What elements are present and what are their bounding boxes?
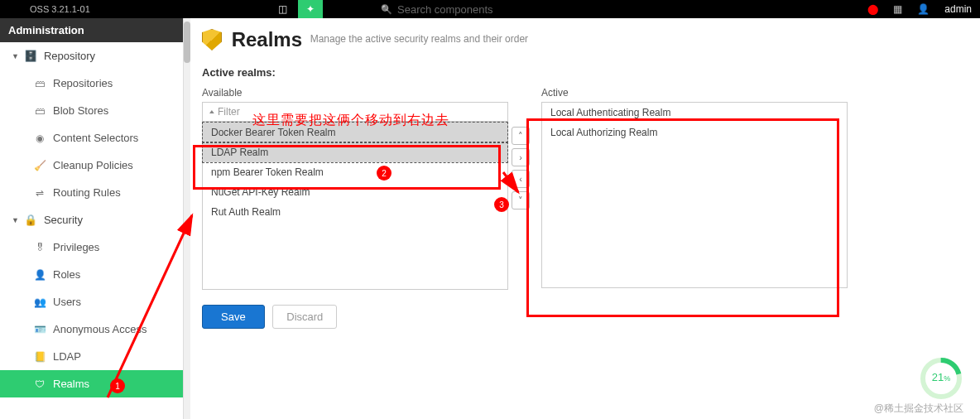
caret-down-icon: ▼ (12, 216, 19, 224)
db-icon: 🗃 (33, 105, 46, 117)
watermark: @稀土掘金技术社区 (874, 402, 963, 416)
settings-icon[interactable] (298, 0, 323, 18)
move-left-button[interactable]: ‹ (512, 170, 530, 188)
active-label: Active (541, 87, 848, 99)
caret-down-icon: ▼ (12, 52, 19, 60)
list-item[interactable]: Local Authenticating Realm (542, 103, 847, 123)
grid-icon[interactable]: ▦ (893, 3, 902, 15)
main-content: Realms Manage the active security realms… (190, 18, 980, 419)
sidebar-item-repositories[interactable]: 🗃Repositories (0, 70, 183, 97)
list-item[interactable]: Docker Bearer Token Realm (203, 123, 507, 142)
group-repository[interactable]: ▼ 🗄️ Repository (0, 42, 183, 70)
sidebar-item-routing-rules[interactable]: ⇌Routing Rules (0, 179, 183, 206)
id-icon: 🪪 (33, 324, 46, 335)
group-label: Repository (44, 50, 95, 62)
sidebar: Administration ▼ 🗄️ Repository 🗃Reposito… (0, 18, 184, 419)
list-item[interactable]: npm Bearer Token Realm (203, 162, 507, 182)
brush-icon: 🧹 (33, 160, 46, 171)
annotation-badge-1: 1 (110, 378, 125, 393)
cube-icon[interactable] (273, 0, 291, 18)
progress-indicator: 21% (920, 358, 962, 399)
admin-heading: Administration (0, 18, 183, 42)
tag-icon: ◉ (33, 132, 46, 144)
save-button[interactable]: Save (202, 305, 265, 329)
version-text: OSS 3.21.1-01 (30, 4, 90, 14)
username[interactable]: admin (944, 3, 972, 15)
sidebar-item-cleanup-policies[interactable]: 🧹Cleanup Policies (0, 152, 183, 179)
page-title: Realms (232, 28, 302, 51)
sidebar-item-roles[interactable]: 👤Roles (0, 261, 183, 288)
sidebar-item-privileges[interactable]: 🎖Privileges (0, 234, 183, 261)
section-label: Active realms: (202, 66, 968, 79)
search-input[interactable]: Search components (381, 3, 493, 16)
lock-icon: 🔒 (24, 214, 37, 226)
active-list[interactable]: Local Authenticating Realm Local Authori… (541, 102, 848, 288)
group-security[interactable]: ▼ 🔒 Security (0, 206, 183, 234)
sidebar-item-blob-stores[interactable]: 🗃Blob Stores (0, 97, 183, 124)
person-icon: 👤 (33, 269, 46, 281)
topbar: OSS 3.21.1-01 Search components ⬤ ▦ 👤 ad… (0, 0, 980, 18)
move-up-button[interactable]: ˄ (512, 127, 530, 145)
user-icon[interactable]: 👤 (917, 3, 930, 15)
filter-input[interactable]: Filter (202, 102, 508, 122)
available-label: Available (202, 87, 508, 99)
list-item[interactable]: LDAP Realm (203, 142, 507, 162)
db-icon: 🗃 (33, 78, 46, 89)
list-item[interactable]: NuGet API-Key Realm (203, 182, 507, 202)
sidebar-item-realms[interactable]: 🛡 Realms 1 (0, 370, 183, 397)
people-icon: 👥 (33, 296, 46, 308)
page-subtitle: Manage the active security realms and th… (310, 33, 528, 45)
sidebar-scrollbar[interactable] (184, 18, 190, 419)
sidebar-item-anonymous-access[interactable]: 🪪Anonymous Access (0, 315, 183, 343)
move-down-button[interactable]: ˅ (512, 191, 530, 210)
discard-button[interactable]: Discard (272, 305, 337, 329)
badge-icon: 🎖 (33, 242, 46, 253)
sidebar-item-content-selectors[interactable]: ◉Content Selectors (0, 124, 183, 152)
move-right-button[interactable]: › (512, 148, 530, 166)
shield-icon (202, 29, 222, 51)
sidebar-item-ldap[interactable]: 📒LDAP (0, 343, 183, 370)
list-item[interactable]: Local Authorizing Realm (542, 123, 847, 142)
group-label: Security (44, 214, 83, 226)
repo-icon: 🗄️ (24, 51, 37, 62)
shield-icon: 🛡 (33, 378, 46, 390)
available-list[interactable]: Docker Bearer Token Realm LDAP Realm npm… (202, 122, 508, 290)
book-icon: 📒 (33, 351, 46, 363)
sidebar-item-users[interactable]: 👥Users (0, 288, 183, 315)
route-icon: ⇌ (33, 187, 46, 199)
page-header: Realms Manage the active security realms… (190, 18, 980, 66)
alert-icon[interactable]: ⬤ (867, 3, 878, 15)
list-item[interactable]: Rut Auth Realm (203, 202, 507, 222)
